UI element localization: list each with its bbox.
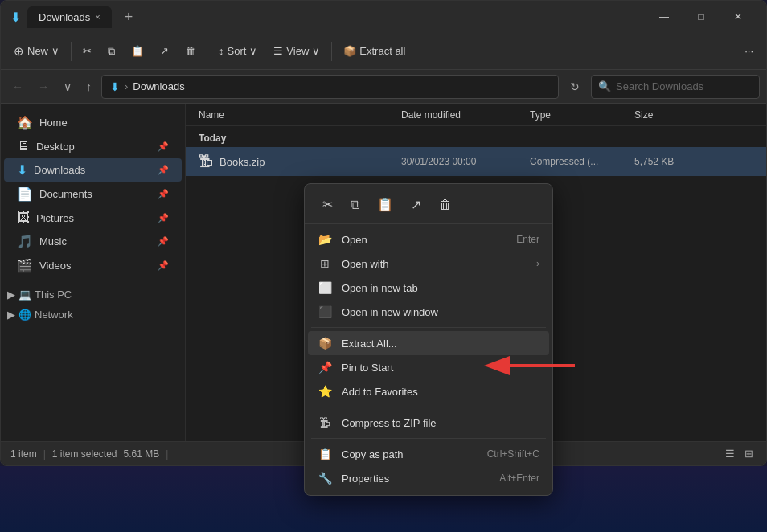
sidebar: 🏠 Home 🖥 Desktop 📌 ⬇ Downloads 📌 📄 Docum… [1, 104, 186, 441]
thispc-icon: 💻 [18, 289, 31, 301]
ctx-extract-icon: 📦 [318, 337, 332, 350]
cut-icon: ✂ [83, 45, 92, 57]
ctx-pin-start-icon: 📌 [318, 361, 332, 374]
ctx-open-new-window-label: Open in new window [342, 306, 438, 318]
downloads-icon: ⬇ [17, 162, 27, 178]
sort-icon: ↕ [219, 45, 224, 57]
sidebar-item-music[interactable]: 🎵 Music 📌 [4, 230, 182, 253]
ctx-open-with-arrow-icon: › [536, 258, 539, 269]
extract-all-button[interactable]: 📦 Extract all [337, 41, 412, 61]
ctx-open-new-tab-item[interactable]: ⬜ Open in new tab [305, 276, 552, 300]
view-label: View [286, 45, 309, 57]
copy-button[interactable]: ⧉ [101, 41, 121, 62]
ctx-paste-button[interactable]: 📋 [371, 194, 400, 215]
toolbar-separator-3 [331, 42, 332, 61]
table-row[interactable]: 🗜 Books.zip 30/01/2023 00:00 Compressed … [186, 147, 766, 176]
context-menu: ✂ ⧉ 📋 ↗ 🗑 📂 Open Enter ⊞ Open with › ⬜ O… [304, 183, 553, 496]
sidebar-item-home[interactable]: 🏠 Home [4, 111, 182, 134]
file-size: 5,752 KB [634, 156, 699, 167]
ctx-pin-start-label: Pin to Start [342, 362, 393, 374]
music-pin-icon: 📌 [158, 236, 169, 247]
extract-label: Extract all [359, 45, 405, 57]
col-name-header[interactable]: Name [192, 109, 401, 121]
sidebar-group-thispc[interactable]: ▶ 💻 This PC [1, 284, 185, 305]
view-button[interactable]: ☰ View ∨ [267, 41, 326, 61]
music-icon: 🎵 [17, 234, 33, 249]
sidebar-group-network[interactable]: ▶ 🌐 Network [1, 305, 185, 325]
ctx-open-new-window-item[interactable]: ⬛ Open in new window [305, 300, 552, 324]
ctx-properties-shortcut: Alt+Enter [499, 473, 539, 484]
cut-button[interactable]: ✂ [76, 41, 98, 61]
forward-button[interactable]: → [33, 77, 54, 96]
ctx-copy-path-item[interactable]: 📋 Copy as path Ctrl+Shift+C [305, 442, 552, 466]
new-icon: ⊕ [14, 44, 24, 59]
share-button[interactable]: ↗ [154, 41, 175, 61]
copy-icon: ⧉ [108, 45, 115, 58]
more-icon: ··· [744, 45, 753, 57]
ctx-copy-path-label: Copy as path [342, 448, 404, 460]
context-menu-toolbar: ✂ ⧉ 📋 ↗ 🗑 [305, 189, 552, 224]
documents-icon: 📄 [17, 186, 33, 202]
ctx-properties-label: Properties [342, 473, 389, 485]
tab-close-button[interactable]: × [95, 12, 100, 22]
col-date-header[interactable]: Date modified [401, 109, 530, 121]
home-label: Home [39, 117, 68, 129]
ctx-copy-button[interactable]: ⧉ [344, 194, 366, 215]
delete-button[interactable]: 🗑 [178, 41, 202, 61]
col-size-header[interactable]: Size [634, 109, 699, 121]
more-options-button[interactable]: ··· [738, 41, 760, 61]
ctx-open-new-window-icon: ⬛ [318, 305, 332, 318]
ctx-open-shortcut: Enter [516, 234, 539, 245]
ctx-extract-all-item[interactable]: 📦 Extract All... [308, 331, 549, 355]
ctx-cut-button[interactable]: ✂ [316, 194, 339, 215]
network-label: Network [35, 309, 73, 321]
ctx-copy-path-shortcut: Ctrl+Shift+C [487, 448, 539, 460]
status-separator-2: | [166, 448, 168, 460]
group-today-label: Today [186, 126, 766, 147]
back-button[interactable]: ← [7, 77, 28, 96]
downloads-pin-icon: 📌 [158, 165, 169, 175]
window-tab[interactable]: Downloads × [27, 6, 112, 28]
sidebar-item-downloads[interactable]: ⬇ Downloads 📌 [4, 158, 182, 182]
zip-file-icon: 🗜 [199, 153, 213, 170]
sidebar-item-videos[interactable]: 🎬 Videos 📌 [4, 254, 182, 277]
dropdown-button[interactable]: ∨ [59, 77, 76, 96]
ctx-properties-item[interactable]: 🔧 Properties Alt+Enter [305, 466, 552, 490]
ctx-compress-item[interactable]: 🗜 Compress to ZIP file [305, 411, 552, 435]
paste-button[interactable]: 📋 [125, 41, 150, 61]
ctx-separator-2 [311, 407, 546, 407]
highlight-arrow [482, 354, 579, 378]
ctx-compress-label: Compress to ZIP file [342, 417, 437, 429]
search-icon: 🔍 [598, 80, 611, 92]
downloads-label: Downloads [34, 164, 85, 176]
maximize-button[interactable]: □ [683, 5, 720, 29]
details-view-button[interactable]: ☰ [722, 446, 738, 461]
new-button[interactable]: ⊕ New ∨ [7, 40, 66, 63]
sidebar-item-pictures[interactable]: 🖼 Pictures 📌 [4, 207, 182, 229]
ctx-properties-icon: 🔧 [318, 472, 332, 485]
ctx-open-with-item[interactable]: ⊞ Open with › [305, 252, 552, 276]
ctx-delete-button[interactable]: 🗑 [433, 194, 458, 215]
ctx-add-favorites-item[interactable]: ⭐ Add to Favorites [305, 379, 552, 403]
file-type: Compressed (... [530, 156, 634, 167]
sidebar-item-desktop[interactable]: 🖥 Desktop 📌 [4, 135, 182, 158]
address-path[interactable]: ⬇ › Downloads [101, 75, 559, 99]
desktop-icon: 🖥 [17, 139, 30, 153]
minimize-button[interactable]: — [646, 5, 683, 29]
ctx-share-button[interactable]: ↗ [404, 194, 428, 215]
ctx-open-item[interactable]: 📂 Open Enter [305, 227, 552, 252]
sidebar-item-documents[interactable]: 📄 Documents 📌 [4, 182, 182, 206]
file-name-cell: 🗜 Books.zip [192, 153, 401, 170]
col-type-header[interactable]: Type [530, 109, 634, 121]
new-tab-button[interactable]: + [118, 9, 140, 26]
up-button[interactable]: ↑ [81, 77, 96, 96]
ctx-open-label: Open [342, 234, 367, 246]
path-icon: ⬇ [110, 80, 120, 93]
close-button[interactable]: ✕ [720, 5, 757, 29]
sort-button[interactable]: ↕ Sort ∨ [212, 41, 264, 61]
ctx-compress-icon: 🗜 [318, 416, 332, 429]
search-box[interactable]: 🔍 Search Downloads [591, 75, 760, 99]
refresh-button[interactable]: ↻ [564, 77, 586, 96]
window-icon: ⬇ [10, 10, 21, 25]
tiles-view-button[interactable]: ⊞ [741, 446, 757, 461]
